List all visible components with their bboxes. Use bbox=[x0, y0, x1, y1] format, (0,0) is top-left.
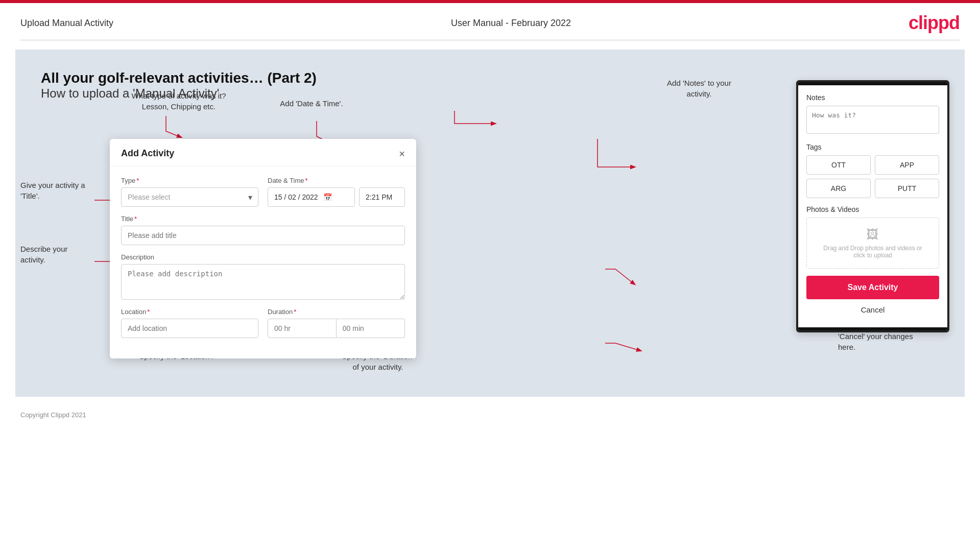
save-activity-button[interactable]: Save Activity bbox=[806, 276, 939, 299]
tags-label: Tags bbox=[806, 143, 939, 151]
modal-title: Add Activity bbox=[121, 148, 174, 159]
type-select[interactable]: Please select bbox=[121, 187, 258, 207]
photos-drop-text: Drag and Drop photos and videos orclick … bbox=[812, 245, 934, 259]
calendar-icon: 📅 bbox=[323, 193, 332, 201]
location-duration-row: Location* Duration* bbox=[121, 308, 405, 338]
annotation-datetime: Add 'Date & Time'. bbox=[266, 98, 357, 109]
location-group: Location* bbox=[121, 308, 258, 338]
title-input[interactable] bbox=[121, 226, 405, 245]
modal-header: Add Activity × bbox=[110, 139, 416, 166]
user-manual-label: User Manual - February 2022 bbox=[451, 18, 571, 29]
duration-inputs bbox=[268, 319, 405, 338]
datetime-inputs: 15 / 02 / 2022 📅 2:21 PM bbox=[268, 187, 405, 207]
photos-drop-zone[interactable]: 🖼 Drag and Drop photos and videos orclic… bbox=[806, 218, 939, 269]
duration-min-input[interactable] bbox=[337, 319, 405, 338]
tag-putt[interactable]: PUTT bbox=[875, 179, 939, 198]
description-label: Description bbox=[121, 253, 405, 261]
description-textarea[interactable] bbox=[121, 264, 405, 300]
upload-manual-activity-label: Upload Manual Activity bbox=[20, 18, 113, 29]
header: Upload Manual Activity User Manual - Feb… bbox=[0, 3, 980, 40]
type-select-wrapper[interactable]: Please select ▾ bbox=[121, 187, 258, 207]
time-input[interactable]: 2:21 PM bbox=[359, 187, 405, 207]
annotation-description: Describe youractivity. bbox=[20, 244, 97, 265]
location-label: Location* bbox=[121, 308, 258, 316]
header-divider bbox=[20, 40, 960, 40]
tag-arg[interactable]: ARG bbox=[806, 179, 871, 198]
tag-ott[interactable]: OTT bbox=[806, 155, 871, 175]
add-activity-modal: Add Activity × Type* Please select ▾ bbox=[110, 139, 416, 358]
annotation-notes: Add 'Notes' to youractivity. bbox=[648, 78, 750, 99]
duration-label: Duration* bbox=[268, 308, 405, 316]
main-content: All your golf-relevant activities… (Part… bbox=[15, 50, 965, 397]
title-group: Title* bbox=[121, 215, 405, 245]
description-group: Description bbox=[121, 253, 405, 300]
image-icon: 🖼 bbox=[812, 227, 934, 242]
tags-grid: OTT APP ARG PUTT bbox=[806, 155, 939, 198]
datetime-label: Date & Time* bbox=[268, 177, 405, 184]
type-label: Type* bbox=[121, 177, 258, 184]
title-label: Title* bbox=[121, 215, 405, 223]
annotation-title: Give your activity a'Title'. bbox=[20, 180, 102, 201]
tag-app[interactable]: APP bbox=[875, 155, 939, 175]
annotation-type: What type of activity was it?Lesson, Chi… bbox=[128, 90, 230, 112]
notes-textarea[interactable] bbox=[806, 106, 939, 134]
date-input[interactable]: 15 / 02 / 2022 📅 bbox=[268, 187, 355, 207]
duration-hr-input[interactable] bbox=[268, 319, 337, 338]
type-group: Type* Please select ▾ bbox=[121, 177, 258, 207]
location-input[interactable] bbox=[121, 319, 258, 338]
modal-body: Type* Please select ▾ Date & Time* bbox=[110, 166, 416, 358]
duration-group: Duration* bbox=[268, 308, 405, 338]
cancel-button[interactable]: Cancel bbox=[806, 305, 939, 319]
datetime-group: Date & Time* 15 / 02 / 2022 📅 2:21 PM bbox=[268, 177, 405, 207]
type-datetime-row: Type* Please select ▾ Date & Time* bbox=[121, 177, 405, 207]
clippd-logo: clippd bbox=[909, 12, 960, 34]
copyright-text: Copyright Clippd 2021 bbox=[0, 406, 980, 424]
phone-panel: Notes Tags OTT APP ARG PUTT Photos & Vid… bbox=[796, 80, 949, 332]
photos-label: Photos & Videos bbox=[806, 205, 939, 213]
notes-section-label: Notes bbox=[806, 93, 939, 102]
modal-close-button[interactable]: × bbox=[399, 149, 405, 159]
phone-inner: Notes Tags OTT APP ARG PUTT Photos & Vid… bbox=[798, 85, 947, 327]
